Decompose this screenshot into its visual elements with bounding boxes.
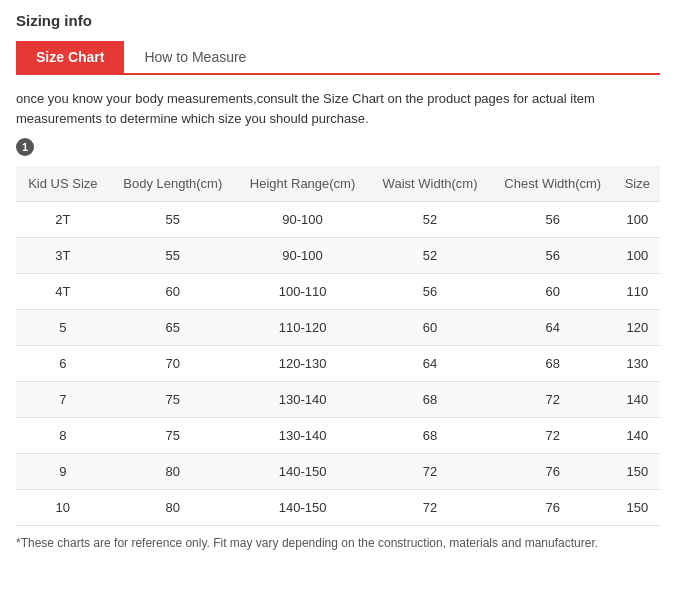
- tab-how-to-measure[interactable]: How to Measure: [124, 41, 266, 73]
- table-row: 670120-1306468130: [16, 346, 660, 382]
- size-chart-table: Kid US Size Body Length(cm) Height Range…: [16, 166, 660, 526]
- table-cell: 70: [110, 346, 236, 382]
- table-cell: 52: [369, 238, 491, 274]
- table-cell: 80: [110, 490, 236, 526]
- table-cell: 140: [615, 418, 660, 454]
- table-row: 1080140-1507276150: [16, 490, 660, 526]
- table-cell: 60: [110, 274, 236, 310]
- table-cell: 76: [491, 454, 615, 490]
- table-cell: 130: [615, 346, 660, 382]
- col-header-kid-us-size: Kid US Size: [16, 166, 110, 202]
- table-cell: 110: [615, 274, 660, 310]
- table-cell: 75: [110, 418, 236, 454]
- table-cell: 75: [110, 382, 236, 418]
- col-header-chest-width: Chest Width(cm): [491, 166, 615, 202]
- note-text: *These charts are for reference only. Fi…: [16, 536, 660, 550]
- table-cell: 130-140: [236, 382, 369, 418]
- table-cell: 68: [491, 346, 615, 382]
- col-header-size: Size: [615, 166, 660, 202]
- table-cell: 76: [491, 490, 615, 526]
- page-title: Sizing info: [16, 12, 660, 29]
- table-cell: 10: [16, 490, 110, 526]
- table-cell: 72: [491, 418, 615, 454]
- table-cell: 60: [369, 310, 491, 346]
- sizing-info-container: Sizing info Size Chart How to Measure on…: [0, 0, 676, 562]
- table-row: 4T60100-1105660110: [16, 274, 660, 310]
- table-cell: 72: [491, 382, 615, 418]
- table-cell: 72: [369, 490, 491, 526]
- table-cell: 130-140: [236, 418, 369, 454]
- table-header-row: Kid US Size Body Length(cm) Height Range…: [16, 166, 660, 202]
- table-cell: 60: [491, 274, 615, 310]
- table-cell: 80: [110, 454, 236, 490]
- tab-bar: Size Chart How to Measure: [16, 41, 660, 75]
- table-cell: 72: [369, 454, 491, 490]
- table-row: 2T5590-1005256100: [16, 202, 660, 238]
- table-cell: 64: [491, 310, 615, 346]
- description-text: once you know your body measurements,con…: [16, 89, 660, 128]
- table-cell: 56: [369, 274, 491, 310]
- table-row: 875130-1406872140: [16, 418, 660, 454]
- table-cell: 4T: [16, 274, 110, 310]
- table-cell: 56: [491, 238, 615, 274]
- table-cell: 6: [16, 346, 110, 382]
- table-cell: 3T: [16, 238, 110, 274]
- table-cell: 90-100: [236, 238, 369, 274]
- table-row: 775130-1406872140: [16, 382, 660, 418]
- table-cell: 150: [615, 454, 660, 490]
- table-cell: 9: [16, 454, 110, 490]
- table-row: 565110-1206064120: [16, 310, 660, 346]
- table-row: 980140-1507276150: [16, 454, 660, 490]
- table-cell: 5: [16, 310, 110, 346]
- table-cell: 120: [615, 310, 660, 346]
- col-header-body-length: Body Length(cm): [110, 166, 236, 202]
- table-cell: 8: [16, 418, 110, 454]
- table-cell: 7: [16, 382, 110, 418]
- col-header-height-range: Height Range(cm): [236, 166, 369, 202]
- table-cell: 140-150: [236, 490, 369, 526]
- table-cell: 56: [491, 202, 615, 238]
- table-cell: 100: [615, 238, 660, 274]
- table-cell: 2T: [16, 202, 110, 238]
- table-cell: 68: [369, 382, 491, 418]
- table-row: 3T5590-1005256100: [16, 238, 660, 274]
- col-header-waist-width: Waist Width(cm): [369, 166, 491, 202]
- table-cell: 90-100: [236, 202, 369, 238]
- table-cell: 68: [369, 418, 491, 454]
- table-cell: 52: [369, 202, 491, 238]
- table-cell: 64: [369, 346, 491, 382]
- table-cell: 55: [110, 202, 236, 238]
- step-number: 1: [16, 138, 34, 156]
- table-cell: 65: [110, 310, 236, 346]
- table-cell: 150: [615, 490, 660, 526]
- table-cell: 140-150: [236, 454, 369, 490]
- table-cell: 100: [615, 202, 660, 238]
- table-cell: 100-110: [236, 274, 369, 310]
- tab-size-chart[interactable]: Size Chart: [16, 41, 124, 73]
- table-cell: 140: [615, 382, 660, 418]
- table-cell: 120-130: [236, 346, 369, 382]
- table-cell: 55: [110, 238, 236, 274]
- table-cell: 110-120: [236, 310, 369, 346]
